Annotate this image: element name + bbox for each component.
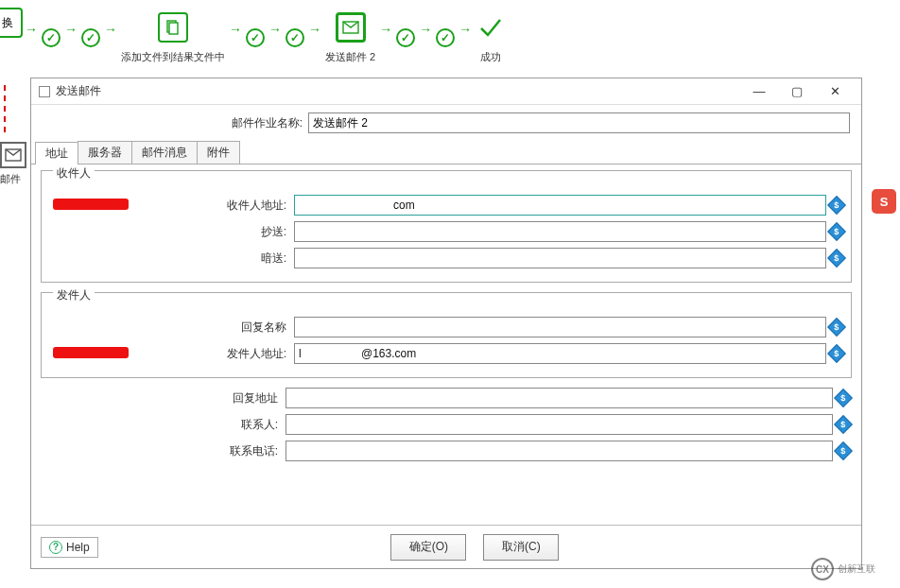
arrow-icon: → <box>308 22 321 37</box>
check-icon: ✓ <box>246 28 265 47</box>
dialog-bottom-bar: ? Help 确定(O) 取消(C) <box>31 525 861 568</box>
sender-addr-row: 发件人地址: $ <box>49 343 843 364</box>
workflow-node-partial[interactable]: 换 <box>0 8 23 38</box>
maximize-button[interactable]: ▢ <box>778 78 816 105</box>
arrow-icon: → <box>229 22 242 37</box>
titlebar: 发送邮件 — ▢ ✕ <box>31 78 861 105</box>
node-partial-text: 换 <box>2 15 13 31</box>
bcc-row: 暗送: $ <box>49 248 843 268</box>
sender-addr-input[interactable] <box>294 343 826 364</box>
dashed-connector-icon <box>4 85 26 132</box>
arrow-icon: → <box>268 22 282 37</box>
node-label: 成功 <box>480 50 501 64</box>
cc-input[interactable] <box>294 221 826 242</box>
sender-legend: 发件人 <box>53 287 95 303</box>
phone-input[interactable] <box>286 441 833 461</box>
workflow-node-addfile[interactable]: 添加文件到结果文件中 <box>121 12 225 64</box>
variable-picker-icon[interactable]: $ <box>834 389 853 407</box>
variable-picker-icon[interactable]: $ <box>827 196 846 215</box>
svg-rect-1 <box>169 23 178 34</box>
help-label: Help <box>66 541 90 554</box>
mail-icon <box>336 12 366 43</box>
variable-picker-icon[interactable]: $ <box>834 415 853 434</box>
ok-button[interactable]: 确定(O) <box>390 534 466 561</box>
arrow-icon: → <box>459 22 472 37</box>
check-icon: ✓ <box>286 28 304 47</box>
contact-label: 联系人: <box>41 417 282 433</box>
phone-row: 联系电话: $ <box>41 441 852 461</box>
node-label: 发送邮件 2 <box>325 50 375 64</box>
arrow-icon: → <box>379 22 392 37</box>
check-icon: ✓ <box>436 28 455 47</box>
recipient-legend: 收件人 <box>53 165 95 182</box>
cc-label: 抄送: <box>49 224 290 240</box>
workflow-canvas: 换 → ✓ → ✓ → 添加文件到结果文件中 → ✓ → ✓ → 发送邮件 2 … <box>0 0 900 76</box>
contact-input[interactable] <box>286 414 833 435</box>
node-label: 添加文件到结果文件中 <box>121 50 225 64</box>
reply-addr-label: 回复地址 <box>41 390 282 406</box>
watermark-logo-icon: CX <box>811 558 834 580</box>
variable-picker-icon[interactable]: $ <box>827 344 846 363</box>
variable-picker-icon[interactable]: $ <box>834 441 853 460</box>
tab-server[interactable]: 服务器 <box>78 141 132 164</box>
mail-icon[interactable] <box>0 142 26 168</box>
check-icon: ✓ <box>81 28 100 47</box>
sender-fieldset: 发件人 回复名称 $ 发件人地址: $ <box>41 292 852 378</box>
help-button[interactable]: ? Help <box>41 537 98 558</box>
bcc-label: 暗送: <box>49 251 290 267</box>
arrow-icon: → <box>25 22 38 37</box>
arrow-icon: → <box>104 22 117 37</box>
send-mail-dialog: 发送邮件 — ▢ ✕ 邮件作业名称: 地址 服务器 邮件消息 附件 收件人 收件… <box>30 78 862 569</box>
job-name-label: 邮件作业名称: <box>43 115 303 131</box>
reply-addr-input[interactable] <box>286 388 833 408</box>
job-name-row: 邮件作业名称: <box>31 105 861 141</box>
reply-name-input[interactable] <box>294 317 826 337</box>
arrow-icon: → <box>419 22 432 37</box>
workflow-node-sendmail[interactable]: 发送邮件 2 <box>325 12 375 64</box>
sender-addr-label: 发件人地址: <box>49 346 290 362</box>
variable-picker-icon[interactable]: $ <box>827 222 846 241</box>
job-name-input[interactable] <box>308 112 850 133</box>
reply-addr-row: 回复地址 $ <box>41 388 852 408</box>
tab-message[interactable]: 邮件消息 <box>131 141 198 164</box>
variable-picker-icon[interactable]: $ <box>827 318 846 337</box>
cc-row: 抄送: $ <box>49 221 843 242</box>
arrow-icon: → <box>64 22 78 37</box>
reply-name-row: 回复名称 $ <box>49 317 843 337</box>
tabs: 地址 服务器 邮件消息 附件 <box>31 141 861 164</box>
minimize-button[interactable]: — <box>740 78 778 105</box>
file-icon <box>158 12 188 43</box>
check-icon: ✓ <box>396 28 415 47</box>
cancel-button[interactable]: 取消(C) <box>483 534 559 561</box>
watermark: CX 创新互联 <box>811 554 898 584</box>
contact-row: 联系人: $ <box>41 414 852 435</box>
variable-picker-icon[interactable]: $ <box>827 249 846 268</box>
bcc-input[interactable] <box>294 248 826 268</box>
check-icon: ✓ <box>42 28 61 47</box>
recipient-addr-row: 收件人地址: $ <box>49 195 843 216</box>
reply-name-label: 回复名称 <box>49 320 290 336</box>
workflow-node-success[interactable]: 成功 <box>476 12 506 64</box>
recipient-addr-label: 收件人地址: <box>49 198 290 214</box>
sogou-badge-icon[interactable]: S <box>872 189 896 214</box>
close-button[interactable]: ✕ <box>816 78 854 105</box>
window-icon <box>39 86 50 97</box>
tab-attachment[interactable]: 附件 <box>197 141 240 164</box>
success-check-icon <box>476 12 506 43</box>
window-title: 发送邮件 <box>56 83 740 99</box>
side-panel-partial: 邮件 <box>0 85 26 369</box>
side-label: 邮件 <box>0 172 26 186</box>
watermark-text: 创新互联 <box>838 562 875 576</box>
recipient-fieldset: 收件人 收件人地址: $ 抄送: $ 暗送: $ <box>41 170 852 283</box>
recipient-addr-input[interactable] <box>294 195 826 216</box>
tab-address[interactable]: 地址 <box>35 142 78 164</box>
tab-panel-address: 收件人 收件人地址: $ 抄送: $ 暗送: $ <box>31 164 861 525</box>
phone-label: 联系电话: <box>41 443 282 459</box>
help-icon: ? <box>49 541 62 554</box>
